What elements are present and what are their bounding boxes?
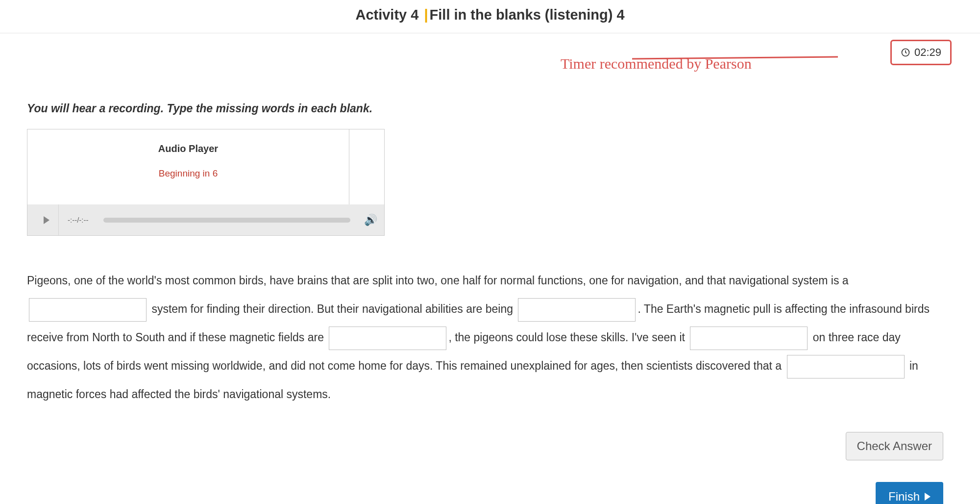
finish-button[interactable]: Finish [876, 482, 943, 504]
instructions-text: You will hear a recording. Type the miss… [27, 102, 953, 115]
activity-prefix: Activity 4 [355, 7, 422, 23]
activity-title: Activity 4 |Fill in the blanks (listenin… [355, 7, 624, 23]
passage-seg-2: system for finding their direction. But … [148, 302, 516, 315]
audio-player: Audio Player Beginning in 6 -:--/-:-- 🔊 [27, 129, 385, 236]
timer-box: 02:29 [890, 40, 952, 65]
audio-side-column [349, 129, 384, 204]
volume-icon[interactable]: 🔊 [364, 214, 377, 227]
finish-button-label: Finish [888, 490, 920, 504]
passage-text: Pigeons, one of the world's most common … [27, 266, 953, 408]
play-button[interactable] [34, 204, 59, 235]
audio-player-label: Audio Player [32, 143, 344, 154]
blank-input-4[interactable] [690, 327, 808, 350]
passage-seg-4: , the pigeons could lose these skills. I… [448, 331, 688, 344]
passage-seg-1: Pigeons, one of the world's most common … [27, 274, 849, 287]
audio-controls: -:--/-:-- 🔊 [27, 204, 384, 235]
arrow-right-icon [925, 493, 931, 501]
play-icon [44, 216, 49, 224]
page-header: Activity 4 |Fill in the blanks (listenin… [0, 0, 980, 33]
blank-input-5[interactable] [787, 355, 905, 378]
clock-icon [901, 48, 910, 57]
blank-input-1[interactable] [29, 298, 147, 322]
check-answer-button[interactable]: Check Answer [846, 432, 943, 460]
audio-progress-bar[interactable] [103, 218, 350, 223]
title-separator: | [424, 7, 428, 23]
timer-value: 02:29 [914, 46, 941, 59]
blank-input-3[interactable] [329, 327, 446, 350]
audio-countdown: Beginning in 6 [32, 168, 344, 179]
timer-annotation: Timer recommended by Pearson [561, 55, 752, 72]
audio-time-display: -:--/-:-- [68, 216, 95, 224]
activity-name: Fill in the blanks (listening) 4 [430, 7, 625, 23]
blank-input-2[interactable] [518, 298, 636, 322]
